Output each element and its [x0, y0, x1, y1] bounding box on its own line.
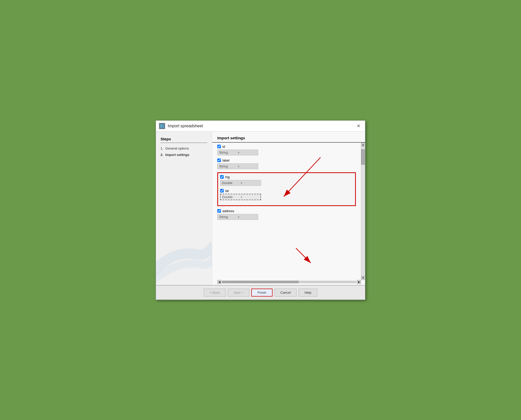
step-2-number: 2. [161, 153, 163, 157]
cancel-button[interactable]: Cancel [275, 289, 297, 297]
scroll-up-button[interactable]: ▲ [361, 143, 365, 147]
chevron-down-icon: ∨ [241, 181, 259, 184]
step-1-label: General options [165, 146, 189, 150]
field-item-address: address String ∨ [217, 209, 356, 220]
step-2-label: Import settings [165, 153, 189, 157]
field-address-type-dropdown[interactable]: String ∨ [217, 214, 258, 220]
scroll-thumb-v[interactable] [361, 149, 365, 165]
chevron-down-icon: ∨ [238, 151, 256, 154]
scroll-container: id String ∨ label [212, 143, 365, 280]
sidebar-step-2: 2. Import settings [161, 153, 207, 157]
field-lat-row: lat [220, 189, 353, 193]
horizontal-scrollbar-container: ◀ ▶ [212, 280, 365, 285]
scroll-track-h [222, 281, 356, 283]
field-address-row: address [217, 209, 356, 213]
field-label-type-dropdown[interactable]: String ∨ [217, 163, 258, 169]
chevron-down-icon: ∨ [238, 165, 256, 168]
vertical-scrollbar[interactable]: ▲ ▼ [361, 143, 365, 280]
scroll-thumb-h[interactable] [222, 281, 299, 283]
main-content: Import settings [212, 132, 365, 285]
sidebar: Steps 1. General options 2. Import setti… [156, 132, 212, 285]
dialog-icon [159, 123, 165, 129]
field-lng-row: lng [220, 175, 353, 179]
scroll-down-button[interactable]: ▼ [361, 276, 365, 280]
field-lat-type-dropdown[interactable]: Double ∨ [220, 194, 261, 200]
chevron-down-icon: ∨ [238, 215, 256, 218]
import-spreadsheet-dialog: Import spreadsheet ✕ Steps 1. General op… [156, 120, 365, 300]
finish-button[interactable]: Finish [251, 289, 273, 297]
step-1-number: 1. [161, 146, 163, 150]
field-item-label: label String ∨ [217, 158, 356, 169]
close-button[interactable]: ✕ [355, 123, 362, 129]
help-button[interactable]: Help [299, 289, 317, 297]
dialog-footer: < Back Next > Finish Cancel Help [156, 285, 365, 300]
next-button[interactable]: Next > [228, 289, 249, 297]
svg-rect-1 [160, 124, 162, 128]
field-lng-checkbox[interactable] [220, 175, 224, 179]
field-address-checkbox[interactable] [217, 209, 221, 213]
field-lat-label: lat [225, 189, 229, 193]
field-lng-type-dropdown[interactable]: Double ∨ [220, 180, 261, 186]
field-label-checkbox[interactable] [217, 158, 221, 162]
scroll-right-button[interactable]: ▶ [357, 280, 361, 284]
watermark [156, 229, 212, 285]
field-item-id: id String ∨ [217, 145, 356, 155]
field-lat-checkbox[interactable] [220, 189, 224, 192]
dialog-title: Import spreadsheet [168, 124, 353, 128]
highlighted-fields-box: lng Double ∨ [217, 172, 356, 206]
field-item-lng: lng Double ∨ [220, 175, 353, 186]
field-address-label: address [222, 209, 234, 213]
field-item-lat: lat Double ∨ [220, 189, 353, 200]
dialog-body: Steps 1. General options 2. Import setti… [156, 132, 365, 285]
field-id-label: id [222, 145, 225, 149]
back-button[interactable]: < Back [204, 289, 226, 297]
sidebar-title: Steps [161, 137, 207, 143]
chevron-down-icon: ∨ [241, 196, 259, 198]
field-label-label: label [222, 158, 229, 162]
field-id-type-dropdown[interactable]: String ∨ [217, 150, 258, 155]
scroll-track-v [361, 147, 365, 276]
settings-wrapper: id String ∨ label [212, 143, 365, 285]
svg-rect-2 [162, 124, 164, 128]
sidebar-step-1: 1. General options [161, 146, 207, 150]
scroll-left-button[interactable]: ◀ [217, 280, 221, 284]
title-bar: Import spreadsheet ✕ [156, 121, 365, 132]
field-id-row: id [217, 145, 356, 149]
field-lng-label: lng [225, 175, 230, 179]
field-id-checkbox[interactable] [217, 145, 221, 148]
settings-list: id String ∨ label [212, 143, 361, 280]
section-header: Import settings [212, 132, 365, 143]
field-label-row: label [217, 158, 356, 162]
